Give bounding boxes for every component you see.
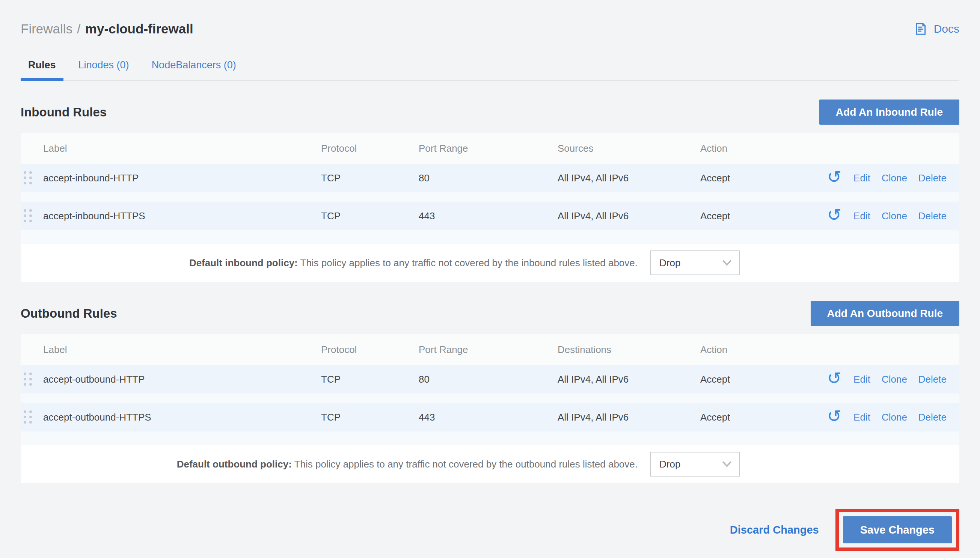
rule-label: accept-outbound-HTTP (43, 374, 321, 385)
selected-policy-value: Drop (659, 257, 680, 269)
rule-destinations: All IPv4, All IPv6 (557, 374, 700, 385)
rule-port-range: 80 (419, 374, 557, 385)
rule-sources: All IPv4, All IPv6 (557, 210, 700, 222)
tab-bar: Rules Linodes (0) NodeBalancers (0) (21, 56, 959, 81)
default-outbound-policy-select[interactable]: Drop (650, 452, 740, 476)
rule-protocol: TCP (321, 412, 419, 423)
column-header-port-range: Port Range (419, 143, 557, 154)
default-inbound-policy-row: Default inbound policy: This policy appl… (21, 244, 959, 282)
inbound-table-header: Label Protocol Port Range Sources Action (21, 133, 959, 164)
tab-rules[interactable]: Rules (21, 56, 64, 81)
outbound-rules-title: Outbound Rules (21, 307, 117, 321)
chevron-down-icon (722, 259, 732, 266)
drag-handle-icon[interactable] (24, 410, 32, 424)
rule-port-range: 443 (419, 412, 557, 423)
chevron-down-icon (722, 461, 732, 468)
form-actions: Discard Changes Save Changes (21, 509, 959, 551)
drag-handle-icon[interactable] (24, 373, 32, 386)
undo-icon[interactable]: ↺ (827, 206, 842, 223)
edit-link[interactable]: Edit (854, 374, 870, 385)
tab-linodes[interactable]: Linodes (0) (71, 56, 137, 80)
outbound-section-head: Outbound Rules Add An Outbound Rule (21, 301, 959, 326)
edit-link[interactable]: Edit (854, 210, 870, 222)
rule-action: Accept (700, 172, 801, 184)
outbound-rules-table: Label Protocol Port Range Destinations A… (21, 334, 959, 483)
rule-label: accept-inbound-HTTPS (43, 210, 321, 222)
inbound-rules-table: Label Protocol Port Range Sources Action… (21, 133, 959, 282)
delete-link[interactable]: Delete (918, 210, 947, 222)
rule-protocol: TCP (321, 172, 419, 184)
column-header-sources: Sources (557, 143, 700, 154)
clone-link[interactable]: Clone (882, 210, 907, 222)
column-header-label: Label (43, 143, 321, 154)
save-changes-button[interactable]: Save Changes (843, 516, 952, 543)
outbound-table-body: accept-outbound-HTTP TCP 80 All IPv4, Al… (21, 365, 959, 445)
docs-link[interactable]: Docs (913, 21, 959, 36)
inbound-rules-section: Inbound Rules Add An Inbound Rule Label … (21, 100, 959, 282)
table-row: accept-inbound-HTTPS TCP 443 All IPv4, A… (21, 202, 959, 230)
rule-protocol: TCP (321, 374, 419, 385)
tab-nodebalancers[interactable]: NodeBalancers (0) (144, 56, 244, 80)
drag-handle-icon[interactable] (24, 171, 32, 185)
breadcrumb-separator: / (77, 21, 81, 36)
column-header-action: Action (700, 143, 801, 154)
rule-protocol: TCP (321, 210, 419, 222)
default-inbound-policy-text: Default inbound policy: This policy appl… (189, 257, 637, 269)
rule-port-range: 80 (419, 172, 557, 184)
rule-port-range: 443 (419, 210, 557, 222)
docs-link-label: Docs (934, 23, 959, 35)
clone-link[interactable]: Clone (882, 412, 907, 423)
outbound-table-header: Label Protocol Port Range Destinations A… (21, 334, 959, 365)
default-outbound-policy-text: Default outbound policy: This policy app… (177, 458, 637, 470)
delete-link[interactable]: Delete (918, 412, 947, 423)
policy-label: Default inbound policy: (189, 257, 298, 269)
undo-icon[interactable]: ↺ (827, 407, 842, 425)
rule-label: accept-outbound-HTTPS (43, 412, 321, 423)
delete-link[interactable]: Delete (918, 374, 947, 385)
rule-sources: All IPv4, All IPv6 (557, 172, 700, 184)
table-row: accept-inbound-HTTP TCP 80 All IPv4, All… (21, 164, 959, 192)
selected-policy-value: Drop (659, 458, 680, 470)
rule-action: Accept (700, 412, 801, 423)
rule-label: accept-inbound-HTTP (43, 172, 321, 184)
inbound-section-head: Inbound Rules Add An Inbound Rule (21, 100, 959, 125)
column-header-protocol: Protocol (321, 143, 419, 154)
drag-handle-icon[interactable] (24, 209, 32, 223)
column-header-action: Action (700, 344, 801, 356)
undo-icon[interactable]: ↺ (827, 168, 842, 185)
column-header-destinations: Destinations (557, 344, 700, 356)
firewall-detail-page: Firewalls/my-cloud-firewall Docs Rules L… (0, 0, 980, 558)
annotation-highlight: Save Changes (836, 509, 959, 551)
discard-changes-link[interactable]: Discard Changes (730, 524, 819, 536)
top-bar: Firewalls/my-cloud-firewall Docs (21, 20, 959, 38)
table-row: accept-outbound-HTTP TCP 80 All IPv4, Al… (21, 365, 959, 394)
default-inbound-policy-select[interactable]: Drop (650, 251, 740, 275)
column-header-port-range: Port Range (419, 344, 557, 356)
table-row: accept-outbound-HTTPS TCP 443 All IPv4, … (21, 403, 959, 432)
add-inbound-rule-button[interactable]: Add An Inbound Rule (819, 100, 959, 125)
rule-action: Accept (700, 374, 801, 385)
rule-destinations: All IPv4, All IPv6 (557, 412, 700, 423)
policy-description: This policy applies to any traffic not c… (298, 257, 637, 269)
policy-label: Default outbound policy: (177, 458, 292, 470)
docs-icon (913, 21, 928, 36)
clone-link[interactable]: Clone (882, 172, 907, 184)
delete-link[interactable]: Delete (918, 172, 947, 184)
outbound-rules-section: Outbound Rules Add An Outbound Rule Labe… (21, 301, 959, 483)
breadcrumb: Firewalls/my-cloud-firewall (21, 20, 193, 38)
add-outbound-rule-button[interactable]: Add An Outbound Rule (811, 301, 959, 326)
policy-description: This policy applies to any traffic not c… (292, 458, 637, 470)
default-outbound-policy-row: Default outbound policy: This policy app… (21, 445, 959, 483)
rule-action: Accept (700, 210, 801, 222)
edit-link[interactable]: Edit (854, 412, 870, 423)
undo-icon[interactable]: ↺ (827, 369, 842, 387)
column-header-label: Label (43, 344, 321, 356)
column-header-protocol: Protocol (321, 344, 419, 356)
edit-link[interactable]: Edit (854, 172, 870, 184)
clone-link[interactable]: Clone (882, 374, 907, 385)
breadcrumb-firewalls-link[interactable]: Firewalls (21, 21, 72, 36)
inbound-table-body: accept-inbound-HTTP TCP 80 All IPv4, All… (21, 164, 959, 244)
inbound-rules-title: Inbound Rules (21, 105, 107, 120)
page-title: my-cloud-firewall (85, 21, 193, 36)
